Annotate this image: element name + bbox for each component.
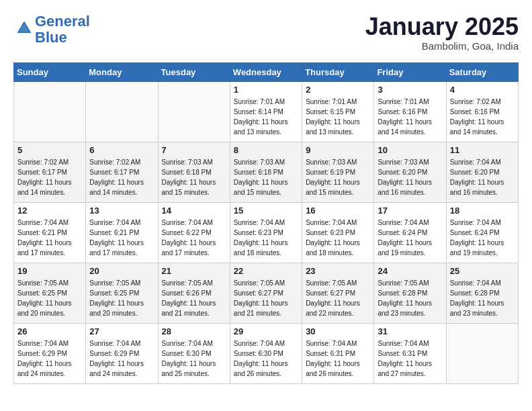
day-number: 13	[89, 205, 154, 216]
day-number: 3	[378, 85, 442, 95]
logo-text: General Blue	[35, 13, 90, 46]
day-number: 27	[89, 326, 154, 336]
day-info: Sunrise: 7:04 AMSunset: 6:28 PMDaylight:…	[450, 278, 515, 318]
day-number: 2	[306, 85, 370, 95]
day-info: Sunrise: 7:05 AMSunset: 6:26 PMDaylight:…	[162, 278, 226, 318]
day-info: Sunrise: 7:04 AMSunset: 6:22 PMDaylight:…	[162, 218, 226, 258]
day-info: Sunrise: 7:04 AMSunset: 6:31 PMDaylight:…	[378, 338, 442, 379]
table-row: 24 Sunrise: 7:05 AMSunset: 6:28 PMDaylig…	[374, 263, 446, 323]
calendar-header-row: Sunday Monday Tuesday Wednesday Thursday…	[14, 62, 519, 81]
table-row: 16 Sunrise: 7:04 AMSunset: 6:23 PMDaylig…	[302, 202, 374, 263]
day-number: 12	[17, 205, 82, 216]
logo-icon	[15, 19, 34, 38]
day-number: 17	[378, 205, 442, 216]
table-row: 15 Sunrise: 7:04 AMSunset: 6:23 PMDaylig…	[230, 202, 302, 263]
calendar-table: Sunday Monday Tuesday Wednesday Thursday…	[13, 62, 519, 384]
day-number: 4	[450, 85, 515, 95]
day-number: 29	[234, 326, 298, 336]
day-number: 28	[162, 326, 226, 336]
logo: General Blue	[13, 13, 90, 46]
day-number: 26	[17, 326, 82, 336]
table-row: 8 Sunrise: 7:03 AMSunset: 6:18 PMDayligh…	[230, 142, 302, 202]
table-row: 13 Sunrise: 7:04 AMSunset: 6:21 PMDaylig…	[86, 202, 158, 263]
day-info: Sunrise: 7:04 AMSunset: 6:29 PMDaylight:…	[17, 338, 82, 379]
day-number: 11	[450, 145, 515, 155]
day-number: 23	[306, 266, 370, 276]
table-row: 17 Sunrise: 7:04 AMSunset: 6:24 PMDaylig…	[374, 202, 446, 263]
day-info: Sunrise: 7:04 AMSunset: 6:31 PMDaylight:…	[306, 338, 370, 379]
day-info: Sunrise: 7:04 AMSunset: 6:20 PMDaylight:…	[450, 157, 515, 197]
table-row	[158, 81, 230, 142]
day-number: 16	[306, 205, 370, 216]
day-number: 19	[17, 266, 82, 276]
col-wednesday: Wednesday	[230, 62, 302, 81]
calendar-week-row: 26 Sunrise: 7:04 AMSunset: 6:29 PMDaylig…	[14, 323, 519, 383]
col-friday: Friday	[374, 62, 446, 81]
title-block: January 2025 Bambolim, Goa, India	[365, 13, 519, 52]
day-number: 8	[234, 145, 298, 155]
day-info: Sunrise: 7:04 AMSunset: 6:30 PMDaylight:…	[162, 338, 226, 379]
day-number: 6	[89, 145, 154, 155]
calendar-week-row: 12 Sunrise: 7:04 AMSunset: 6:21 PMDaylig…	[14, 202, 519, 263]
calendar-week-row: 5 Sunrise: 7:02 AMSunset: 6:17 PMDayligh…	[14, 142, 519, 202]
table-row: 9 Sunrise: 7:03 AMSunset: 6:19 PMDayligh…	[302, 142, 374, 202]
day-info: Sunrise: 7:04 AMSunset: 6:23 PMDaylight:…	[234, 218, 298, 258]
table-row: 2 Sunrise: 7:01 AMSunset: 6:15 PMDayligh…	[302, 81, 374, 142]
table-row: 30 Sunrise: 7:04 AMSunset: 6:31 PMDaylig…	[302, 323, 374, 383]
day-info: Sunrise: 7:01 AMSunset: 6:15 PMDaylight:…	[306, 97, 370, 137]
table-row: 31 Sunrise: 7:04 AMSunset: 6:31 PMDaylig…	[374, 323, 446, 383]
day-info: Sunrise: 7:03 AMSunset: 6:18 PMDaylight:…	[162, 157, 226, 197]
day-info: Sunrise: 7:04 AMSunset: 6:23 PMDaylight:…	[306, 218, 370, 258]
day-number: 24	[378, 266, 442, 276]
table-row: 6 Sunrise: 7:02 AMSunset: 6:17 PMDayligh…	[86, 142, 158, 202]
day-info: Sunrise: 7:04 AMSunset: 6:29 PMDaylight:…	[89, 338, 154, 379]
day-info: Sunrise: 7:05 AMSunset: 6:27 PMDaylight:…	[234, 278, 298, 318]
table-row: 19 Sunrise: 7:05 AMSunset: 6:25 PMDaylig…	[14, 263, 86, 323]
table-row: 18 Sunrise: 7:04 AMSunset: 6:24 PMDaylig…	[446, 202, 518, 263]
day-info: Sunrise: 7:02 AMSunset: 6:17 PMDaylight:…	[89, 157, 154, 197]
day-info: Sunrise: 7:01 AMSunset: 6:14 PMDaylight:…	[234, 97, 298, 137]
day-number: 1	[234, 85, 298, 95]
table-row: 26 Sunrise: 7:04 AMSunset: 6:29 PMDaylig…	[14, 323, 86, 383]
day-number: 31	[378, 326, 442, 336]
day-info: Sunrise: 7:05 AMSunset: 6:25 PMDaylight:…	[17, 278, 82, 318]
day-number: 7	[162, 145, 226, 155]
day-info: Sunrise: 7:05 AMSunset: 6:28 PMDaylight:…	[378, 278, 442, 318]
table-row: 7 Sunrise: 7:03 AMSunset: 6:18 PMDayligh…	[158, 142, 230, 202]
day-number: 20	[89, 266, 154, 276]
day-info: Sunrise: 7:01 AMSunset: 6:16 PMDaylight:…	[378, 97, 442, 137]
table-row: 23 Sunrise: 7:05 AMSunset: 6:27 PMDaylig…	[302, 263, 374, 323]
location-subtitle: Bambolim, Goa, India	[365, 40, 519, 52]
day-info: Sunrise: 7:04 AMSunset: 6:30 PMDaylight:…	[234, 338, 298, 379]
day-number: 15	[234, 205, 298, 216]
table-row: 11 Sunrise: 7:04 AMSunset: 6:20 PMDaylig…	[446, 142, 518, 202]
table-row: 20 Sunrise: 7:05 AMSunset: 6:25 PMDaylig…	[86, 263, 158, 323]
col-tuesday: Tuesday	[158, 62, 230, 81]
day-info: Sunrise: 7:02 AMSunset: 6:17 PMDaylight:…	[17, 157, 82, 197]
calendar-week-row: 1 Sunrise: 7:01 AMSunset: 6:14 PMDayligh…	[14, 81, 519, 142]
day-number: 22	[234, 266, 298, 276]
month-title: January 2025	[365, 13, 519, 40]
day-number: 25	[450, 266, 515, 276]
day-info: Sunrise: 7:04 AMSunset: 6:21 PMDaylight:…	[89, 218, 154, 258]
page-header: General Blue January 2025 Bambolim, Goa,…	[13, 13, 519, 52]
table-row: 3 Sunrise: 7:01 AMSunset: 6:16 PMDayligh…	[374, 81, 446, 142]
table-row: 4 Sunrise: 7:02 AMSunset: 6:16 PMDayligh…	[446, 81, 518, 142]
table-row	[446, 323, 518, 383]
day-info: Sunrise: 7:02 AMSunset: 6:16 PMDaylight:…	[450, 97, 515, 137]
day-number: 10	[378, 145, 442, 155]
table-row	[86, 81, 158, 142]
day-number: 5	[17, 145, 82, 155]
day-info: Sunrise: 7:04 AMSunset: 6:24 PMDaylight:…	[450, 218, 515, 258]
table-row: 28 Sunrise: 7:04 AMSunset: 6:30 PMDaylig…	[158, 323, 230, 383]
table-row: 25 Sunrise: 7:04 AMSunset: 6:28 PMDaylig…	[446, 263, 518, 323]
day-info: Sunrise: 7:04 AMSunset: 6:21 PMDaylight:…	[17, 218, 82, 258]
day-info: Sunrise: 7:03 AMSunset: 6:19 PMDaylight:…	[306, 157, 370, 197]
day-info: Sunrise: 7:05 AMSunset: 6:25 PMDaylight:…	[89, 278, 154, 318]
table-row: 10 Sunrise: 7:03 AMSunset: 6:20 PMDaylig…	[374, 142, 446, 202]
table-row: 21 Sunrise: 7:05 AMSunset: 6:26 PMDaylig…	[158, 263, 230, 323]
day-info: Sunrise: 7:03 AMSunset: 6:20 PMDaylight:…	[378, 157, 442, 197]
day-number: 30	[306, 326, 370, 336]
table-row: 27 Sunrise: 7:04 AMSunset: 6:29 PMDaylig…	[86, 323, 158, 383]
col-thursday: Thursday	[302, 62, 374, 81]
